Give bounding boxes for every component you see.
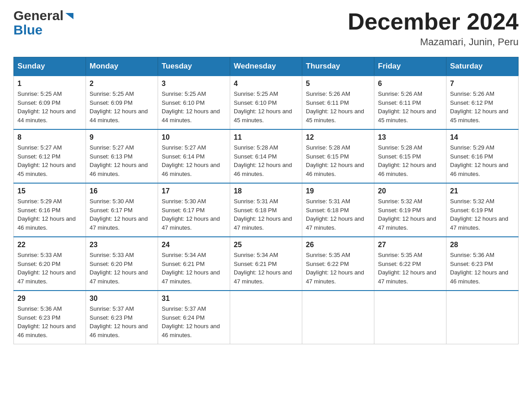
logo: General Blue: [13, 9, 74, 38]
day-number: 6: [378, 80, 442, 88]
day-number: 24: [162, 241, 226, 249]
calendar-day-cell: 15 Sunrise: 5:29 AM Sunset: 6:16 PM Dayl…: [14, 183, 86, 237]
page-header: General Blue December 2024 Mazamari, Jun…: [13, 9, 519, 48]
calendar-week-row: 8 Sunrise: 5:27 AM Sunset: 6:12 PM Dayli…: [14, 129, 519, 183]
calendar-body: 1 Sunrise: 5:25 AM Sunset: 6:09 PM Dayli…: [14, 76, 519, 344]
calendar-day-cell: 6 Sunrise: 5:26 AM Sunset: 6:11 PM Dayli…: [374, 76, 446, 129]
calendar-day-cell: [230, 291, 302, 344]
weekday-header-cell: Tuesday: [158, 57, 230, 76]
calendar-day-cell: 23 Sunrise: 5:33 AM Sunset: 6:20 PM Dayl…: [86, 237, 158, 291]
svg-marker-0: [65, 13, 73, 19]
day-info: Sunrise: 5:36 AM Sunset: 6:23 PM Dayligh…: [17, 304, 82, 339]
calendar-day-cell: 29 Sunrise: 5:36 AM Sunset: 6:23 PM Dayl…: [14, 291, 86, 344]
day-info: Sunrise: 5:33 AM Sunset: 6:20 PM Dayligh…: [90, 251, 154, 286]
day-number: 5: [306, 80, 370, 88]
calendar-day-cell: 9 Sunrise: 5:27 AM Sunset: 6:13 PM Dayli…: [86, 129, 158, 183]
day-number: 2: [90, 80, 154, 88]
calendar-day-cell: [374, 291, 446, 344]
calendar-week-row: 29 Sunrise: 5:36 AM Sunset: 6:23 PM Dayl…: [14, 291, 519, 344]
calendar-day-cell: 4 Sunrise: 5:25 AM Sunset: 6:10 PM Dayli…: [230, 76, 302, 129]
calendar-day-cell: 22 Sunrise: 5:33 AM Sunset: 6:20 PM Dayl…: [14, 237, 86, 291]
day-info: Sunrise: 5:34 AM Sunset: 6:21 PM Dayligh…: [234, 251, 298, 286]
day-info: Sunrise: 5:28 AM Sunset: 6:14 PM Dayligh…: [234, 143, 298, 178]
day-info: Sunrise: 5:35 AM Sunset: 6:22 PM Dayligh…: [306, 251, 370, 286]
calendar-day-cell: 1 Sunrise: 5:25 AM Sunset: 6:09 PM Dayli…: [14, 76, 86, 129]
weekday-header-row: SundayMondayTuesdayWednesdayThursdayFrid…: [14, 57, 519, 76]
title-section: December 2024 Mazamari, Junin, Peru: [348, 9, 519, 48]
calendar-day-cell: 11 Sunrise: 5:28 AM Sunset: 6:14 PM Dayl…: [230, 129, 302, 183]
day-number: 22: [17, 241, 82, 249]
day-number: 25: [234, 241, 298, 249]
day-number: 8: [17, 133, 82, 141]
weekday-header-cell: Sunday: [14, 57, 86, 76]
calendar-day-cell: 28 Sunrise: 5:36 AM Sunset: 6:23 PM Dayl…: [446, 237, 519, 291]
calendar-day-cell: 24 Sunrise: 5:34 AM Sunset: 6:21 PM Dayl…: [158, 237, 230, 291]
weekday-header-cell: Wednesday: [230, 57, 302, 76]
day-number: 10: [162, 133, 226, 141]
calendar-day-cell: 19 Sunrise: 5:31 AM Sunset: 6:18 PM Dayl…: [302, 183, 374, 237]
day-info: Sunrise: 5:27 AM Sunset: 6:13 PM Dayligh…: [90, 143, 154, 178]
day-info: Sunrise: 5:37 AM Sunset: 6:23 PM Dayligh…: [90, 304, 154, 339]
day-number: 21: [450, 187, 515, 195]
day-info: Sunrise: 5:25 AM Sunset: 6:10 PM Dayligh…: [162, 90, 226, 124]
day-number: 23: [90, 241, 154, 249]
calendar-day-cell: 21 Sunrise: 5:32 AM Sunset: 6:19 PM Dayl…: [446, 183, 519, 237]
day-info: Sunrise: 5:27 AM Sunset: 6:14 PM Dayligh…: [162, 143, 226, 178]
day-info: Sunrise: 5:35 AM Sunset: 6:22 PM Dayligh…: [378, 251, 442, 286]
day-info: Sunrise: 5:36 AM Sunset: 6:23 PM Dayligh…: [450, 251, 515, 286]
day-number: 17: [162, 187, 226, 195]
calendar-day-cell: 25 Sunrise: 5:34 AM Sunset: 6:21 PM Dayl…: [230, 237, 302, 291]
day-info: Sunrise: 5:30 AM Sunset: 6:17 PM Dayligh…: [90, 197, 154, 232]
calendar-day-cell: 7 Sunrise: 5:26 AM Sunset: 6:12 PM Dayli…: [446, 76, 519, 129]
day-number: 7: [450, 80, 515, 88]
day-info: Sunrise: 5:29 AM Sunset: 6:16 PM Dayligh…: [17, 197, 82, 232]
day-info: Sunrise: 5:32 AM Sunset: 6:19 PM Dayligh…: [378, 197, 442, 232]
calendar-day-cell: [302, 291, 374, 344]
calendar-day-cell: 14 Sunrise: 5:29 AM Sunset: 6:16 PM Dayl…: [446, 129, 519, 183]
day-number: 15: [17, 187, 82, 195]
day-info: Sunrise: 5:33 AM Sunset: 6:20 PM Dayligh…: [17, 251, 82, 286]
day-info: Sunrise: 5:25 AM Sunset: 6:10 PM Dayligh…: [234, 90, 298, 124]
day-info: Sunrise: 5:28 AM Sunset: 6:15 PM Dayligh…: [306, 143, 370, 178]
calendar-day-cell: 31 Sunrise: 5:37 AM Sunset: 6:24 PM Dayl…: [158, 291, 230, 344]
calendar-day-cell: 13 Sunrise: 5:28 AM Sunset: 6:15 PM Dayl…: [374, 129, 446, 183]
location: Mazamari, Junin, Peru: [348, 36, 519, 48]
day-info: Sunrise: 5:25 AM Sunset: 6:09 PM Dayligh…: [17, 90, 82, 124]
day-number: 31: [162, 295, 226, 303]
day-number: 1: [17, 80, 82, 88]
calendar-day-cell: 10 Sunrise: 5:27 AM Sunset: 6:14 PM Dayl…: [158, 129, 230, 183]
calendar-day-cell: 18 Sunrise: 5:31 AM Sunset: 6:18 PM Dayl…: [230, 183, 302, 237]
day-info: Sunrise: 5:34 AM Sunset: 6:21 PM Dayligh…: [162, 251, 226, 286]
day-info: Sunrise: 5:26 AM Sunset: 6:12 PM Dayligh…: [450, 90, 515, 124]
calendar-week-row: 22 Sunrise: 5:33 AM Sunset: 6:20 PM Dayl…: [14, 237, 519, 291]
day-info: Sunrise: 5:26 AM Sunset: 6:11 PM Dayligh…: [378, 90, 442, 124]
day-info: Sunrise: 5:30 AM Sunset: 6:17 PM Dayligh…: [162, 197, 226, 232]
day-info: Sunrise: 5:37 AM Sunset: 6:24 PM Dayligh…: [162, 304, 226, 339]
day-number: 30: [90, 295, 154, 303]
calendar-day-cell: 20 Sunrise: 5:32 AM Sunset: 6:19 PM Dayl…: [374, 183, 446, 237]
day-number: 4: [234, 80, 298, 88]
calendar-day-cell: 5 Sunrise: 5:26 AM Sunset: 6:11 PM Dayli…: [302, 76, 374, 129]
weekday-header-cell: Friday: [374, 57, 446, 76]
day-info: Sunrise: 5:27 AM Sunset: 6:12 PM Dayligh…: [17, 143, 82, 178]
day-number: 12: [306, 133, 370, 141]
day-info: Sunrise: 5:26 AM Sunset: 6:11 PM Dayligh…: [306, 90, 370, 124]
day-number: 29: [17, 295, 82, 303]
day-number: 16: [90, 187, 154, 195]
calendar-day-cell: 27 Sunrise: 5:35 AM Sunset: 6:22 PM Dayl…: [374, 237, 446, 291]
day-info: Sunrise: 5:28 AM Sunset: 6:15 PM Dayligh…: [378, 143, 442, 178]
logo-blue-text: Blue: [13, 22, 43, 37]
day-number: 19: [306, 187, 370, 195]
weekday-header-cell: Thursday: [302, 57, 374, 76]
calendar-day-cell: 30 Sunrise: 5:37 AM Sunset: 6:23 PM Dayl…: [86, 291, 158, 344]
day-info: Sunrise: 5:32 AM Sunset: 6:19 PM Dayligh…: [450, 197, 515, 232]
day-number: 27: [378, 241, 442, 249]
logo-triangle-icon: [64, 11, 74, 21]
weekday-header-cell: Monday: [86, 57, 158, 76]
day-number: 18: [234, 187, 298, 195]
calendar-day-cell: 3 Sunrise: 5:25 AM Sunset: 6:10 PM Dayli…: [158, 76, 230, 129]
day-number: 3: [162, 80, 226, 88]
calendar-day-cell: 16 Sunrise: 5:30 AM Sunset: 6:17 PM Dayl…: [86, 183, 158, 237]
calendar-day-cell: 26 Sunrise: 5:35 AM Sunset: 6:22 PM Dayl…: [302, 237, 374, 291]
day-info: Sunrise: 5:25 AM Sunset: 6:09 PM Dayligh…: [90, 90, 154, 124]
